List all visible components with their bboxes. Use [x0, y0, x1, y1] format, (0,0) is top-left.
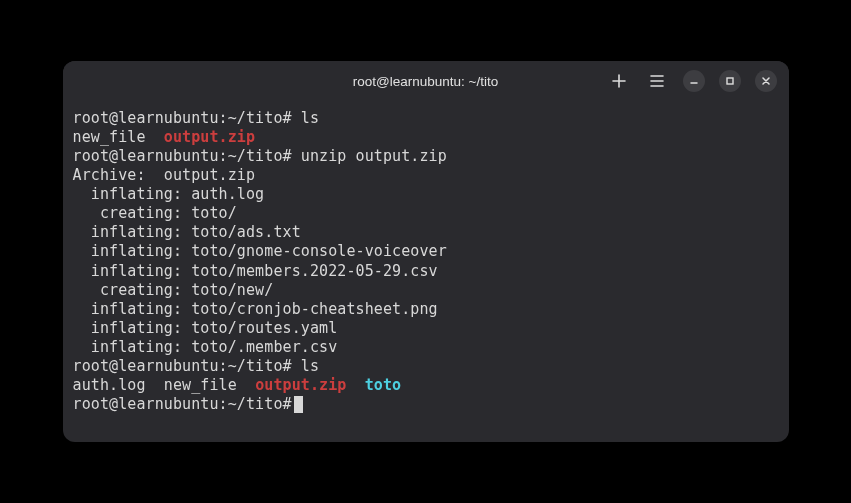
terminal-line: root@learnubuntu:~/tito# ls	[73, 357, 779, 376]
command-text: ls	[301, 357, 319, 375]
command-text: ls	[301, 109, 319, 127]
output-line: creating: toto/new/	[73, 281, 779, 300]
output-line: inflating: auth.log	[73, 185, 779, 204]
new-tab-button[interactable]	[607, 69, 631, 93]
close-button[interactable]	[755, 70, 777, 92]
archive-entry: output.zip	[255, 376, 346, 394]
terminal-line: root@learnubuntu:~/tito#	[73, 395, 779, 414]
shell-prompt: root@learnubuntu:~/tito#	[73, 147, 292, 165]
minimize-button[interactable]	[683, 70, 705, 92]
dir-entry: toto	[365, 376, 402, 394]
shell-prompt: root@learnubuntu:~/tito#	[73, 109, 292, 127]
command-text: unzip output.zip	[301, 147, 447, 165]
terminal-body[interactable]: root@learnubuntu:~/tito# lsnew_file outp…	[63, 101, 789, 442]
shell-prompt: root@learnubuntu:~/tito#	[73, 357, 292, 375]
maximize-button[interactable]	[719, 70, 741, 92]
output-line: Archive: output.zip	[73, 166, 779, 185]
archive-entry: output.zip	[164, 128, 255, 146]
svg-rect-0	[727, 78, 733, 84]
terminal-line: new_file output.zip	[73, 128, 779, 147]
output-line: inflating: toto/ads.txt	[73, 223, 779, 242]
output-line: inflating: toto/cronjob-cheatsheet.png	[73, 300, 779, 319]
window-controls	[607, 69, 777, 93]
file-entry: auth.log	[73, 376, 146, 394]
file-entry: new_file	[73, 128, 146, 146]
output-line: inflating: toto/gnome-console-voiceover	[73, 242, 779, 261]
file-entry: new_file	[164, 376, 237, 394]
cursor	[294, 396, 303, 413]
terminal-line: root@learnubuntu:~/tito# ls	[73, 109, 779, 128]
terminal-line: auth.log new_file output.zip toto	[73, 376, 779, 395]
output-line: creating: toto/	[73, 204, 779, 223]
output-line: inflating: toto/routes.yaml	[73, 319, 779, 338]
output-line: inflating: toto/.member.csv	[73, 338, 779, 357]
output-line: inflating: toto/members.2022-05-29.csv	[73, 262, 779, 281]
shell-prompt: root@learnubuntu:~/tito#	[73, 395, 292, 413]
terminal-line: root@learnubuntu:~/tito# unzip output.zi…	[73, 147, 779, 166]
menu-button[interactable]	[645, 69, 669, 93]
terminal-window: root@learnubuntu: ~/tito root@learnubunt…	[63, 61, 789, 442]
window-title: root@learnubuntu: ~/tito	[353, 74, 498, 89]
titlebar: root@learnubuntu: ~/tito	[63, 61, 789, 101]
